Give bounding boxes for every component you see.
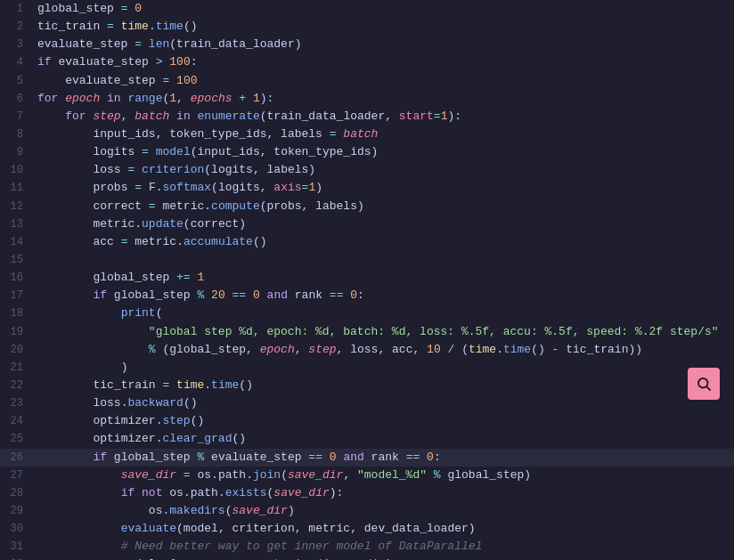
line-number: 25 xyxy=(0,431,34,448)
line-content: if global_step % evaluate_step == 0 and … xyxy=(34,449,734,467)
code-editor: 1 global_step = 0 2 tic_train = time.tim… xyxy=(0,0,734,560)
line-number: 19 xyxy=(0,324,34,341)
line-number: 13 xyxy=(0,216,34,233)
line-content: print( xyxy=(34,304,734,322)
line-number: 24 xyxy=(0,413,34,430)
line-number: 2 xyxy=(0,19,34,36)
line-content: os.makedirs(save_dir) xyxy=(34,502,734,520)
code-line-15: 15 xyxy=(0,251,734,269)
search-icon xyxy=(696,376,712,392)
line-number: 5 xyxy=(0,73,34,90)
line-number: 9 xyxy=(0,144,34,161)
code-line-32: 32 model._layers.save_pretrained(save_di… xyxy=(0,556,734,560)
line-content: if evaluate_step > 100: xyxy=(34,53,734,71)
code-line-17: 17 if global_step % 20 == 0 and rank == … xyxy=(0,287,734,304)
code-line-2: 2 tic_train = time.time() xyxy=(0,18,734,36)
line-content: tic_train = time.time() xyxy=(34,377,734,394)
line-number: 6 xyxy=(0,91,34,108)
line-number: 27 xyxy=(0,467,34,484)
line-content: logits = model(input_ids, token_type_ids… xyxy=(34,143,734,161)
line-content: evaluate_step = len(train_data_loader) xyxy=(34,36,734,53)
line-content: if not os.path.exists(save_dir): xyxy=(34,484,734,502)
line-number: 3 xyxy=(0,37,34,53)
line-number: 23 xyxy=(0,395,34,412)
line-number: 17 xyxy=(0,288,34,304)
line-number: 1 xyxy=(0,1,34,18)
line-number: 28 xyxy=(0,485,34,502)
line-number: 30 xyxy=(0,521,34,538)
code-line-23: 23 loss.backward() xyxy=(0,394,734,412)
code-line-25: 25 optimizer.clear_grad() xyxy=(0,430,734,448)
code-line-31: 31 # Need better way to get inner model … xyxy=(0,538,734,556)
code-line-27: 27 save_dir = os.path.join(save_dir, "mo… xyxy=(0,467,734,484)
code-line-9: 9 logits = model(input_ids, token_type_i… xyxy=(0,143,734,161)
line-content: model._layers.save_pretrained(save_dir) xyxy=(34,556,734,560)
line-number: 31 xyxy=(0,539,34,556)
line-content: loss.backward() xyxy=(34,394,734,412)
line-content: ) xyxy=(34,359,734,377)
line-content: evaluate_step = 100 xyxy=(34,72,734,90)
line-content: optimizer.clear_grad() xyxy=(34,430,734,448)
code-line-24: 24 optimizer.step() xyxy=(0,412,734,430)
line-content: probs = F.softmax(logits, axis=1) xyxy=(34,179,734,197)
line-content: tic_train = time.time() xyxy=(34,18,734,36)
line-number: 29 xyxy=(0,503,34,520)
line-number: 7 xyxy=(0,109,34,126)
svg-line-1 xyxy=(706,386,710,390)
line-content: if global_step % 20 == 0 and rank == 0: xyxy=(34,287,734,304)
line-content: global_step += 1 xyxy=(34,269,734,287)
line-number: 11 xyxy=(0,180,34,197)
code-line-8: 8 input_ids, token_type_ids, labels = ba… xyxy=(0,126,734,143)
line-number: 15 xyxy=(0,252,34,269)
line-number: 26 xyxy=(0,450,34,467)
code-line-6: 6 for epoch in range(1, epochs + 1): xyxy=(0,90,734,108)
line-content: for step, batch in enumerate(train_data_… xyxy=(34,108,734,126)
line-content: loss = criterion(logits, labels) xyxy=(34,161,734,179)
code-line-12: 12 correct = metric.compute(probs, label… xyxy=(0,198,734,215)
line-content: "global step %d, epoch: %d, batch: %d, l… xyxy=(34,323,734,341)
code-line-18: 18 print( xyxy=(0,304,734,322)
code-line-11: 11 probs = F.softmax(logits, axis=1) xyxy=(0,179,734,197)
code-line-1: 1 global_step = 0 xyxy=(0,0,734,18)
line-number: 8 xyxy=(0,126,34,143)
line-number: 4 xyxy=(0,54,34,71)
code-line-3: 3 evaluate_step = len(train_data_loader) xyxy=(0,36,734,53)
line-content: global_step = 0 xyxy=(34,0,734,18)
line-number: 22 xyxy=(0,377,34,394)
code-line-30: 30 evaluate(model, criterion, metric, de… xyxy=(0,520,734,538)
code-line-26: 26 if global_step % evaluate_step == 0 a… xyxy=(0,449,734,467)
code-line-16: 16 global_step += 1 xyxy=(0,269,734,287)
svg-point-0 xyxy=(698,378,708,388)
code-line-10: 10 loss = criterion(logits, labels) xyxy=(0,161,734,179)
line-content xyxy=(34,251,734,269)
line-number: 14 xyxy=(0,234,34,251)
code-line-19: 19 "global step %d, epoch: %d, batch: %d… xyxy=(0,323,734,341)
line-content: for epoch in range(1, epochs + 1): xyxy=(34,90,734,108)
code-line-28: 28 if not os.path.exists(save_dir): xyxy=(0,484,734,502)
line-content: acc = metric.accumulate() xyxy=(34,233,734,251)
line-number: 21 xyxy=(0,360,34,377)
code-line-5: 5 evaluate_step = 100 xyxy=(0,72,734,90)
line-content: input_ids, token_type_ids, labels = batc… xyxy=(34,126,734,143)
code-line-22: 22 tic_train = time.time() xyxy=(0,377,734,394)
code-line-21: 21 ) xyxy=(0,359,734,377)
line-content: optimizer.step() xyxy=(34,412,734,430)
line-content: # Need better way to get inner model of … xyxy=(34,538,734,556)
line-content: evaluate(model, criterion, metric, dev_d… xyxy=(34,520,734,538)
line-content: % (global_step, epoch, step, loss, acc, … xyxy=(34,341,734,359)
code-line-4: 4 if evaluate_step > 100: xyxy=(0,53,734,71)
line-number: 32 xyxy=(0,556,34,560)
code-line-7: 7 for step, batch in enumerate(train_dat… xyxy=(0,108,734,126)
line-content: metric.update(correct) xyxy=(34,215,734,233)
line-number: 12 xyxy=(0,199,34,215)
line-content: correct = metric.compute(probs, labels) xyxy=(34,198,734,215)
code-line-13: 13 metric.update(correct) xyxy=(0,215,734,233)
search-button[interactable] xyxy=(688,368,720,400)
line-number: 10 xyxy=(0,162,34,179)
line-number: 18 xyxy=(0,305,34,322)
line-content: save_dir = os.path.join(save_dir, "model… xyxy=(34,467,734,484)
line-number: 16 xyxy=(0,270,34,287)
line-number: 20 xyxy=(0,342,34,359)
code-line-14: 14 acc = metric.accumulate() xyxy=(0,233,734,251)
code-line-20: 20 % (global_step, epoch, step, loss, ac… xyxy=(0,341,734,359)
